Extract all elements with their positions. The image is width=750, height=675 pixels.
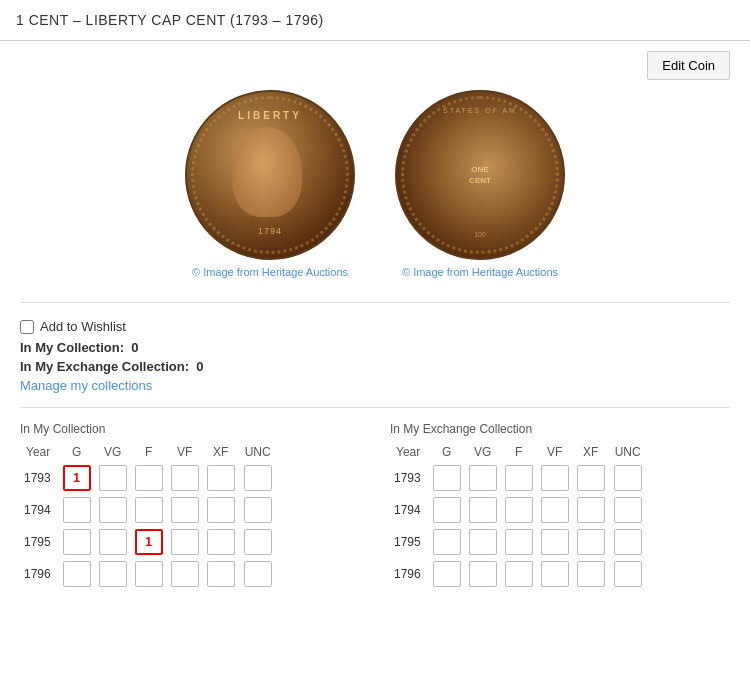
exchange-collection-table: Year G VG F VF XF UNC 1793179417951796 bbox=[390, 442, 647, 590]
qty-input[interactable] bbox=[135, 497, 163, 523]
wishlist-row: Add to Wishlist bbox=[20, 319, 730, 334]
year-cell: 1793 bbox=[20, 462, 59, 494]
qty-input[interactable] bbox=[577, 561, 605, 587]
qty-input[interactable] bbox=[207, 529, 235, 555]
my-collection-table: Year G VG F VF XF UNC 1793179417951796 bbox=[20, 442, 277, 590]
qty-input[interactable] bbox=[614, 497, 642, 523]
table-row: 1793 bbox=[390, 462, 647, 494]
col-year-ex: Year bbox=[390, 442, 429, 462]
qty-input[interactable] bbox=[469, 465, 497, 491]
qty-input[interactable] bbox=[63, 465, 91, 491]
qty-input[interactable] bbox=[135, 561, 163, 587]
qty-input[interactable] bbox=[63, 497, 91, 523]
col-year-my: Year bbox=[20, 442, 59, 462]
qty-input[interactable] bbox=[207, 465, 235, 491]
manage-collections-link[interactable]: Manage my collections bbox=[20, 378, 152, 393]
qty-input[interactable] bbox=[433, 561, 461, 587]
qty-input[interactable] bbox=[614, 465, 642, 491]
col-f-my: F bbox=[131, 442, 167, 462]
col-xf-ex: XF bbox=[573, 442, 609, 462]
col-f-ex: F bbox=[501, 442, 537, 462]
qty-input[interactable] bbox=[171, 465, 199, 491]
qty-input[interactable] bbox=[99, 561, 127, 587]
obverse-caption: © Image from Heritage Auctions bbox=[192, 266, 348, 278]
qty-input[interactable] bbox=[171, 561, 199, 587]
year-cell: 1794 bbox=[20, 494, 59, 526]
qty-input[interactable] bbox=[63, 561, 91, 587]
qty-input[interactable] bbox=[135, 465, 163, 491]
col-unc-my: UNC bbox=[239, 442, 277, 462]
qty-input[interactable] bbox=[505, 465, 533, 491]
qty-input[interactable] bbox=[614, 529, 642, 555]
qty-input[interactable] bbox=[99, 497, 127, 523]
qty-input[interactable] bbox=[469, 561, 497, 587]
qty-input[interactable] bbox=[244, 529, 272, 555]
col-unc-ex: UNC bbox=[609, 442, 647, 462]
my-collection-title: In My Collection bbox=[20, 422, 360, 436]
col-g-ex: G bbox=[429, 442, 465, 462]
qty-input[interactable] bbox=[541, 465, 569, 491]
qty-input[interactable] bbox=[469, 529, 497, 555]
qty-input[interactable] bbox=[171, 529, 199, 555]
qty-input[interactable] bbox=[207, 497, 235, 523]
qty-input[interactable] bbox=[63, 529, 91, 555]
qty-input[interactable] bbox=[135, 529, 163, 555]
year-cell: 1795 bbox=[390, 526, 429, 558]
col-vf-ex: VF bbox=[537, 442, 573, 462]
qty-input[interactable] bbox=[244, 497, 272, 523]
reverse-caption: © Image from Heritage Auctions bbox=[402, 266, 558, 278]
table-row: 1794 bbox=[390, 494, 647, 526]
my-collection-section: In My Collection Year G VG F VF XF UNC 1… bbox=[20, 422, 360, 590]
year-cell: 1796 bbox=[390, 558, 429, 590]
page-title: 1 CENT – LIBERTY CAP CENT (1793 – 1796) bbox=[16, 12, 734, 28]
qty-input[interactable] bbox=[541, 529, 569, 555]
year-cell: 1795 bbox=[20, 526, 59, 558]
qty-input[interactable] bbox=[469, 497, 497, 523]
qty-input[interactable] bbox=[505, 497, 533, 523]
col-vf-my: VF bbox=[167, 442, 203, 462]
qty-input[interactable] bbox=[577, 497, 605, 523]
table-row: 1795 bbox=[20, 526, 277, 558]
in-my-collection-row: In My Collection: 0 bbox=[20, 340, 730, 355]
col-xf-my: XF bbox=[203, 442, 239, 462]
qty-input[interactable] bbox=[99, 529, 127, 555]
coin-reverse-image: STATES OF AM ONECENT 100 bbox=[395, 90, 565, 260]
coin-obverse-image: LIBERTY 1794 bbox=[185, 90, 355, 260]
liberty-text: LIBERTY bbox=[238, 110, 302, 121]
qty-input[interactable] bbox=[577, 529, 605, 555]
col-vg-my: VG bbox=[95, 442, 131, 462]
year-cell: 1796 bbox=[20, 558, 59, 590]
qty-input[interactable] bbox=[207, 561, 235, 587]
qty-input[interactable] bbox=[505, 561, 533, 587]
qty-input[interactable] bbox=[433, 497, 461, 523]
qty-input[interactable] bbox=[171, 497, 199, 523]
in-my-collection-value: 0 bbox=[131, 340, 138, 355]
qty-input[interactable] bbox=[614, 561, 642, 587]
qty-input[interactable] bbox=[99, 465, 127, 491]
in-exchange-row: In My Exchange Collection: 0 bbox=[20, 359, 730, 374]
year-cell: 1793 bbox=[390, 462, 429, 494]
col-vg-ex: VG bbox=[465, 442, 501, 462]
coin-obverse-wrapper: LIBERTY 1794 © Image from Heritage Aucti… bbox=[185, 90, 355, 278]
qty-input[interactable] bbox=[541, 561, 569, 587]
table-row: 1796 bbox=[20, 558, 277, 590]
in-exchange-label: In My Exchange Collection: bbox=[20, 359, 189, 374]
exchange-collection-section: In My Exchange Collection Year G VG F VF… bbox=[390, 422, 730, 590]
coin-year: 1794 bbox=[258, 226, 282, 236]
qty-input[interactable] bbox=[433, 529, 461, 555]
table-row: 1794 bbox=[20, 494, 277, 526]
qty-input[interactable] bbox=[541, 497, 569, 523]
in-my-collection-label: In My Collection: bbox=[20, 340, 124, 355]
table-row: 1793 bbox=[20, 462, 277, 494]
year-cell: 1794 bbox=[390, 494, 429, 526]
wishlist-checkbox[interactable] bbox=[20, 320, 34, 334]
qty-input[interactable] bbox=[433, 465, 461, 491]
table-row: 1796 bbox=[390, 558, 647, 590]
qty-input[interactable] bbox=[577, 465, 605, 491]
qty-input[interactable] bbox=[244, 465, 272, 491]
edit-coin-button[interactable]: Edit Coin bbox=[647, 51, 730, 80]
table-row: 1795 bbox=[390, 526, 647, 558]
col-g-my: G bbox=[59, 442, 95, 462]
qty-input[interactable] bbox=[505, 529, 533, 555]
qty-input[interactable] bbox=[244, 561, 272, 587]
